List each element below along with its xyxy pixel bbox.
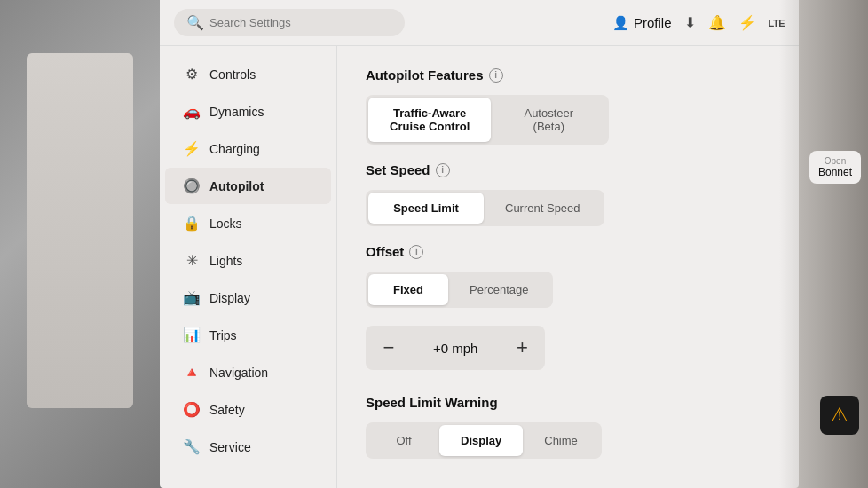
bell-icon[interactable]: 🔔 xyxy=(708,14,726,31)
sidebar-item-controls[interactable]: ⚙ Controls xyxy=(165,56,331,92)
percentage-btn[interactable]: Percentage xyxy=(448,274,550,305)
bonnet-open-label: Open xyxy=(818,156,852,166)
traffic-aware-btn[interactable]: Traffic-AwareCruise Control xyxy=(368,98,491,142)
sidebar-item-label: Locks xyxy=(209,216,242,231)
mph-value: +0 mph xyxy=(406,341,504,356)
sidebar-item-lights[interactable]: ✳ Lights xyxy=(165,242,331,279)
sidebar-item-label: Safety xyxy=(209,403,245,417)
search-icon: 🔍 xyxy=(186,14,204,31)
sidebar-item-dynamics[interactable]: 🚗 Dynamics xyxy=(165,93,331,130)
warning-button[interactable]: ⚠ xyxy=(820,396,859,435)
plus-icon: + xyxy=(517,336,528,359)
search-input[interactable] xyxy=(209,16,392,29)
fixed-btn[interactable]: Fixed xyxy=(368,274,448,305)
warning-off-label: Off xyxy=(396,434,411,447)
sidebar-item-label: Lights xyxy=(209,254,242,268)
offset-type-group: Fixed Percentage xyxy=(366,272,553,308)
main-screen: 🔍 👤 Profile ⬇ 🔔 ⚡ LTE ⚙ Controls 🚗 Dynam… xyxy=(160,0,799,488)
autosteer-label: Autosteer(Beta) xyxy=(524,106,573,133)
current-speed-btn[interactable]: Current Speed xyxy=(484,193,602,224)
sidebar-item-charging[interactable]: ⚡ Charging xyxy=(165,130,331,167)
topbar: 🔍 👤 Profile ⬇ 🔔 ⚡ LTE xyxy=(160,0,799,46)
mph-plus-btn[interactable]: + xyxy=(504,331,540,365)
main-content: ⚙ Controls 🚗 Dynamics ⚡ Charging 🔘 Autop… xyxy=(160,46,799,488)
search-box[interactable]: 🔍 xyxy=(174,9,405,36)
lights-icon: ✳ xyxy=(183,252,201,269)
sidebar-item-label: Controls xyxy=(209,67,256,82)
trips-icon: 📊 xyxy=(183,327,201,343)
percentage-label: Percentage xyxy=(470,283,529,296)
sidebar-item-autopilot[interactable]: 🔘 Autopilot xyxy=(165,168,331,204)
warning-chime-btn[interactable]: Chime xyxy=(523,425,599,456)
sidebar-item-label: Display xyxy=(209,291,250,305)
warning-off-btn[interactable]: Off xyxy=(368,425,439,456)
fixed-label: Fixed xyxy=(393,283,423,296)
sidebar-item-label: Charging xyxy=(209,142,260,156)
sidebar-item-locks[interactable]: 🔒 Locks xyxy=(165,205,331,241)
offset-section: Offset i xyxy=(366,244,770,259)
sidebar-item-label: Service xyxy=(209,440,251,454)
dynamics-icon: 🚗 xyxy=(183,103,201,120)
mph-minus-btn[interactable]: − xyxy=(371,331,406,365)
sidebar-item-navigation[interactable]: 🔺 Navigation xyxy=(165,354,331,390)
profile-button[interactable]: 👤 Profile xyxy=(612,15,672,31)
controls-icon: ⚙ xyxy=(183,66,201,83)
car-door-panel xyxy=(27,53,133,408)
navigation-icon: 🔺 xyxy=(183,364,201,381)
topbar-right: 👤 Profile ⬇ 🔔 ⚡ LTE xyxy=(612,14,785,31)
bonnet-button[interactable]: Open Bonnet xyxy=(809,151,861,184)
mph-control: − +0 mph + xyxy=(366,326,545,370)
set-speed-group: Speed Limit Current Speed xyxy=(366,190,604,226)
bonnet-label: Bonnet xyxy=(818,166,852,178)
sidebar-item-label: Navigation xyxy=(209,366,268,380)
autopilot-info-icon[interactable]: i xyxy=(489,68,503,83)
autopilot-features-group: Traffic-AwareCruise Control Autosteer(Be… xyxy=(366,95,609,145)
speed-limit-warning-section: Speed Limit Warning xyxy=(366,395,770,410)
sidebar-item-trips[interactable]: 📊 Trips xyxy=(165,317,331,353)
set-speed-section: Set Speed i xyxy=(366,162,770,177)
bluetooth-icon[interactable]: ⚡ xyxy=(738,14,756,31)
settings-panel: Autopilot Features i Traffic-AwareCruise… xyxy=(337,46,799,488)
sidebar-item-display[interactable]: 📺 Display xyxy=(165,279,331,316)
traffic-aware-label: Traffic-AwareCruise Control xyxy=(390,106,470,133)
set-speed-info-icon[interactable]: i xyxy=(436,163,450,177)
profile-label: Profile xyxy=(634,15,672,30)
warning-icon: ⚠ xyxy=(831,404,848,427)
speed-limit-warning-title: Speed Limit Warning xyxy=(366,395,498,410)
offset-title: Offset xyxy=(366,244,404,259)
speed-limit-warning-group: Off Display Chime xyxy=(366,422,602,459)
car-background xyxy=(0,0,164,488)
current-speed-label: Current Speed xyxy=(505,201,580,215)
autopilot-icon: 🔘 xyxy=(183,177,201,194)
autopilot-features-section: Autopilot Features i xyxy=(366,67,770,83)
sidebar-item-safety[interactable]: ⭕ Safety xyxy=(165,391,331,428)
set-speed-title: Set Speed xyxy=(366,162,430,177)
autosteer-btn[interactable]: Autosteer(Beta) xyxy=(491,98,606,142)
speed-limit-btn[interactable]: Speed Limit xyxy=(368,193,484,224)
profile-icon: 👤 xyxy=(612,15,629,31)
right-panel: Open Bonnet ⚠ xyxy=(779,0,868,488)
sidebar-item-service[interactable]: 🔧 Service xyxy=(165,429,331,465)
offset-info-icon[interactable]: i xyxy=(409,245,423,259)
autopilot-features-title: Autopilot Features xyxy=(366,67,484,83)
service-icon: 🔧 xyxy=(183,438,201,455)
sidebar-item-label: Autopilot xyxy=(209,179,264,193)
warning-display-btn[interactable]: Display xyxy=(439,425,523,456)
display-icon: 📺 xyxy=(183,289,201,306)
sidebar-item-label: Trips xyxy=(209,328,237,342)
warning-chime-label: Chime xyxy=(544,434,578,447)
safety-icon: ⭕ xyxy=(183,401,201,418)
speed-limit-label: Speed Limit xyxy=(393,201,459,215)
sidebar-item-label: Dynamics xyxy=(209,105,264,119)
charging-icon: ⚡ xyxy=(183,140,201,157)
minus-icon: − xyxy=(383,336,395,359)
download-icon[interactable]: ⬇ xyxy=(684,14,696,31)
warning-display-label: Display xyxy=(461,434,501,447)
locks-icon: 🔒 xyxy=(183,215,201,232)
sidebar: ⚙ Controls 🚗 Dynamics ⚡ Charging 🔘 Autop… xyxy=(160,46,337,488)
